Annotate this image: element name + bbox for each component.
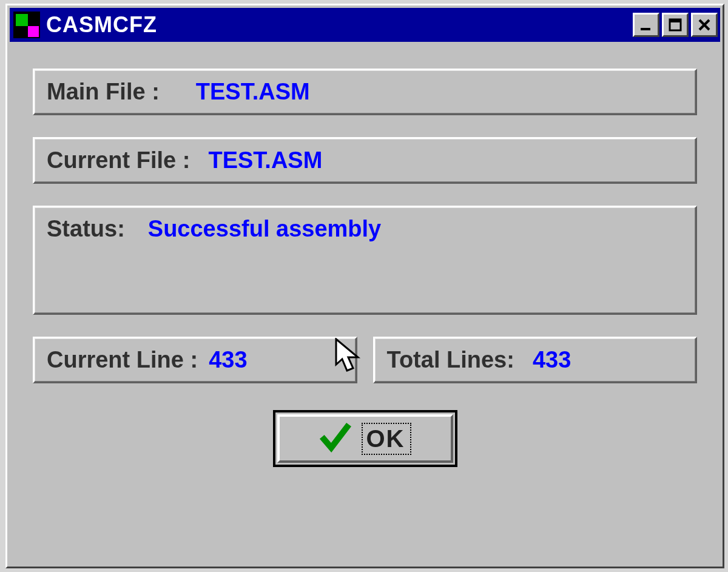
current-line-label: Current Line : <box>47 347 198 373</box>
client-area: Main File : TEST.ASM Current File : TEST… <box>7 44 723 485</box>
main-file-label: Main File : <box>47 79 160 105</box>
total-lines-value: 433 <box>533 347 571 373</box>
app-window: CASMCFZ Main File : <box>5 4 724 568</box>
current-line-value: 433 <box>209 347 247 373</box>
main-file-panel: Main File : TEST.ASM <box>33 69 697 115</box>
minimize-button[interactable] <box>633 13 659 37</box>
minimize-icon <box>639 18 653 32</box>
status-label: Status: <box>47 216 125 242</box>
status-panel: Status: Successful assembly <box>33 206 697 315</box>
total-lines-panel: Total Lines: 433 <box>373 337 698 383</box>
close-icon <box>697 18 712 32</box>
window-controls <box>633 13 718 37</box>
current-file-value: TEST.ASM <box>208 147 322 173</box>
svg-rect-2 <box>670 19 681 22</box>
ok-row: OK <box>33 410 697 467</box>
main-file-value: TEST.ASM <box>196 79 310 105</box>
current-line-panel: Current Line : 433 <box>33 337 357 383</box>
app-icon <box>13 12 40 38</box>
status-value: Successful assembly <box>148 216 381 242</box>
total-lines-label: Total Lines: <box>387 347 514 373</box>
window-title: CASMCFZ <box>46 12 633 38</box>
ok-button-label: OK <box>362 423 411 455</box>
close-button[interactable] <box>691 13 718 37</box>
maximize-icon <box>668 18 682 32</box>
current-file-label: Current File : <box>47 147 190 173</box>
ok-button[interactable]: OK <box>273 410 457 467</box>
titlebar[interactable]: CASMCFZ <box>10 8 720 42</box>
svg-rect-0 <box>641 28 650 30</box>
maximize-button[interactable] <box>662 13 689 37</box>
check-icon <box>319 421 352 456</box>
line-counts-row: Current Line : 433 Total Lines: 433 <box>33 337 697 383</box>
current-file-panel: Current File : TEST.ASM <box>33 137 697 184</box>
